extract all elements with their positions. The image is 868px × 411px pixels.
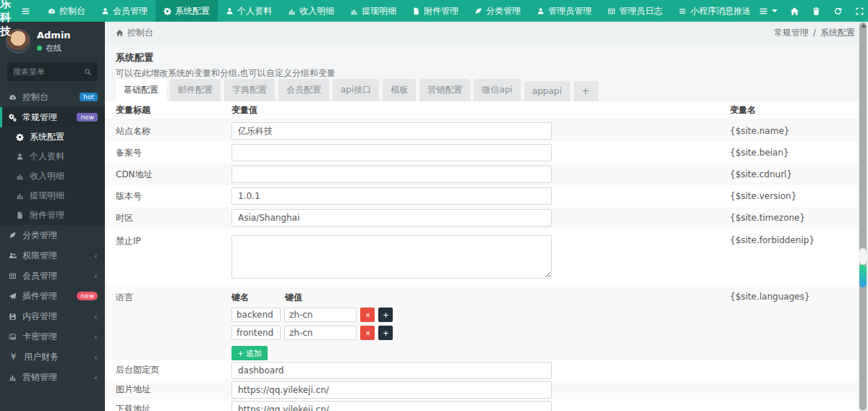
nav-item-withdraw-detail[interactable]: 提现明细 <box>342 0 404 22</box>
nav-label: 系统配置 <box>175 5 210 17</box>
sidebar-item-cardkey-mgmt[interactable]: 卡密管理 <box>0 326 105 347</box>
timezone-input[interactable] <box>231 209 552 226</box>
site-name-input[interactable] <box>231 122 552 140</box>
lang-value-input[interactable] <box>284 326 357 340</box>
chevron-left-icon <box>94 352 98 363</box>
scrollbar[interactable] <box>859 22 868 411</box>
sidebar-sub-withdraw-detail[interactable]: 提现明细 <box>0 186 105 206</box>
sidebar-item-user-finance[interactable]: ¥用户财务 <box>0 347 105 367</box>
chart-icon <box>16 192 24 200</box>
tab-mail-config[interactable]: 邮件配置 <box>170 79 221 102</box>
nav-item-system-config[interactable]: 系统配置 <box>156 0 218 22</box>
nav-item-admin-mgmt[interactable]: 管理员管理 <box>529 0 600 22</box>
clear-cache-button[interactable] <box>812 7 821 16</box>
page-header: 系统配置 可以在此增改系统的变量和分组,也可以自定义分组和变量 <box>105 43 868 80</box>
hamburger-icon <box>21 7 30 16</box>
lang-value-input[interactable] <box>284 308 357 322</box>
list-icon <box>678 7 686 15</box>
chevron-left-icon <box>94 372 98 383</box>
scrollbar-track[interactable] <box>859 22 867 410</box>
nav-item-attachment-mgmt[interactable]: 附件管理 <box>404 0 467 22</box>
sidebar-sub-system-config[interactable]: 系统配置 <box>0 127 105 147</box>
nav-item-member-mgmt[interactable]: 会员管理 <box>93 0 156 22</box>
download-url-input[interactable] <box>231 401 552 411</box>
config-row-site-name: 站点名称 {$site.name} <box>105 120 859 142</box>
delete-pair-button[interactable] <box>360 326 375 340</box>
breadcrumb-home-link[interactable]: 控制台 <box>116 27 153 39</box>
sidebar-item-member-mgmt[interactable]: 会员管理 <box>0 266 105 286</box>
nav-item-income-detail[interactable]: 收入明细 <box>280 0 342 22</box>
sidebar-user-panel: Admin 在线 <box>0 22 105 59</box>
scrollbar-thumb-accent[interactable] <box>859 265 867 287</box>
row-label: 下载地址 <box>105 403 231 411</box>
breadcrumb-path: 常规管理 / 系统配置 <box>774 27 855 39</box>
nav-label: 个人资料 <box>237 5 272 17</box>
user-icon <box>101 7 109 15</box>
menu-search-input[interactable] <box>13 67 84 77</box>
tab-api[interactable]: api接口 <box>333 79 379 102</box>
sidebar-sub-profile[interactable]: 个人资料 <box>0 147 105 166</box>
nav-item-miniprogram-push[interactable]: 小程序消息推送 <box>671 0 759 22</box>
scroll-up-arrow-icon[interactable] <box>861 24 867 27</box>
tab-template[interactable]: 模板 <box>383 79 416 102</box>
sidebar-item-marketing-mgmt[interactable]: 营销管理 <box>0 367 105 387</box>
append-button[interactable]: 追加 <box>231 346 268 360</box>
add-pair-button[interactable] <box>378 326 393 340</box>
config-row-languages: 语言 键名 键值 追加 <box>105 285 859 360</box>
delete-pair-button[interactable] <box>360 308 375 322</box>
breadcrumb-parent[interactable]: 常规管理 <box>774 27 809 39</box>
chart-icon <box>9 373 17 381</box>
trash-icon <box>812 7 821 16</box>
beian-input[interactable] <box>231 144 552 161</box>
version-input[interactable] <box>231 187 552 205</box>
tab-dict-config[interactable]: 字典配置 <box>224 79 275 102</box>
chart-icon <box>16 172 24 180</box>
sidebar-item-permission-mgmt[interactable]: 权限管理 <box>0 245 105 266</box>
gauge-icon <box>9 93 17 101</box>
lang-key-input[interactable] <box>231 308 281 322</box>
lang-key-input[interactable] <box>231 326 281 340</box>
refresh-button[interactable] <box>833 7 843 16</box>
tab-app-api[interactable]: appapi <box>524 81 570 102</box>
tab-marketing-config[interactable]: 营销配置 <box>420 79 470 102</box>
save-icon <box>9 313 17 321</box>
row-label: CDN地址 <box>105 169 231 181</box>
nav-label: 管理员日志 <box>619 5 663 17</box>
sidebar-item-console[interactable]: 控制台hot <box>0 87 105 107</box>
sidebar-sub-income-detail[interactable]: 收入明细 <box>0 166 105 186</box>
image-url-input[interactable] <box>231 381 552 399</box>
sidebar-item-plugin-mgmt[interactable]: 插件管理new <box>0 286 105 306</box>
nav-item-profile[interactable]: 个人资料 <box>218 0 280 22</box>
tab-wechat-api[interactable]: 微信api <box>474 79 520 102</box>
gauge-icon <box>48 7 56 15</box>
nav-item-admin-log[interactable]: 管理员日志 <box>600 0 671 22</box>
add-pair-button[interactable] <box>378 308 393 322</box>
sidebar-item-general-mgmt[interactable]: 常规管理new <box>0 107 105 127</box>
sidebar-sub-attachment-mgmt[interactable]: 附件管理 <box>0 206 105 225</box>
menu-dropdown-button[interactable] <box>759 7 778 16</box>
breadcrumb-current: 系统配置 <box>820 27 855 39</box>
home-button[interactable] <box>790 7 799 16</box>
main-content: 控制台 常规管理 / 系统配置 系统配置 可以在此增改系统的变量和分组,也可以自… <box>105 22 868 411</box>
col-header-name: 变量名 <box>730 104 859 116</box>
nav-item-console[interactable]: 控制台 <box>40 0 93 22</box>
sidebar-item-category-mgmt[interactable]: 分类管理 <box>0 225 105 245</box>
backend-fixed-page-input[interactable] <box>231 362 552 379</box>
scrollbar-thumb[interactable] <box>859 248 867 265</box>
nav-item-category-mgmt[interactable]: 分类管理 <box>467 0 529 22</box>
cdn-url-input[interactable] <box>231 166 552 183</box>
sidebar-item-content-mgmt[interactable]: 内容管理 <box>0 306 105 326</box>
leaf-icon <box>475 7 482 15</box>
sidebar-toggle-button[interactable] <box>12 0 40 22</box>
gears-icon <box>9 114 17 122</box>
forbidden-ip-textarea[interactable] <box>231 235 552 279</box>
tab-member-config[interactable]: 会员配置 <box>278 79 329 102</box>
config-row-download-url: 下载地址 <box>105 399 859 411</box>
tab-basic-config[interactable]: 基础配置 <box>116 79 166 102</box>
fullscreen-button[interactable] <box>855 7 864 16</box>
add-tab-button[interactable]: + <box>574 81 598 102</box>
kv-pair-row <box>231 308 730 322</box>
navbar-tools: Admin <box>759 0 868 22</box>
sidebar-submenu: 系统配置 个人资料 收入明细 提现明细 附件管理 <box>0 127 105 225</box>
image-icon <box>9 333 17 341</box>
